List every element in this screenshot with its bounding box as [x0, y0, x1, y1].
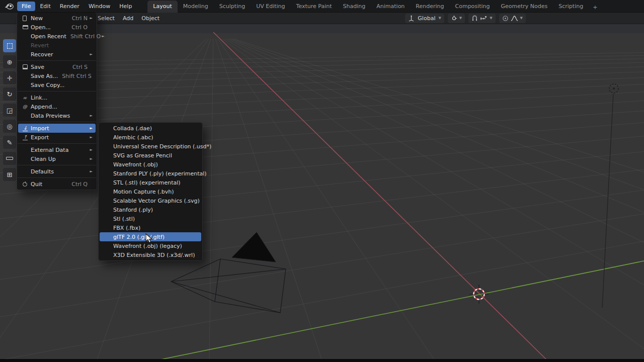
move-tool[interactable]: ✛	[3, 71, 16, 84]
tab-scripting[interactable]: Scripting	[553, 1, 589, 13]
tab-sculpting[interactable]: Sculpting	[214, 1, 251, 13]
import-item-x3d-extensible-3d-x3d-wrl[interactable]: X3D Extensible 3D (.x3d/.wrl)	[100, 250, 201, 259]
file-menu-item-data-previews[interactable]: Data Previews►	[18, 111, 96, 120]
tab-shading[interactable]: Shading	[338, 1, 371, 13]
menu-render[interactable]: Render	[55, 2, 84, 11]
menu-item-label: External Data	[31, 147, 84, 153]
cursor-tool[interactable]: ⊕	[3, 55, 16, 68]
menu-edit[interactable]: Edit	[35, 2, 55, 11]
import-item-motion-capture-bvh[interactable]: Motion Capture (.bvh)	[100, 187, 201, 196]
menu-item-label: Scalable Vector Graphics (.svg)	[113, 198, 200, 204]
tab-geometry-nodes[interactable]: Geometry Nodes	[495, 1, 553, 13]
menu-item-shortcut: Shift Ctrl O	[70, 33, 101, 40]
import-item-svg-as-grease-pencil[interactable]: SVG as Grease Pencil	[100, 151, 201, 160]
import-item-stanford-ply[interactable]: Stanford (.ply)	[100, 205, 201, 214]
tab-compositing[interactable]: Compositing	[450, 1, 496, 13]
submenu-arrow-icon: ►	[89, 135, 93, 139]
tab-rendering[interactable]: Rendering	[410, 1, 449, 13]
tab-modeling[interactable]: Modeling	[178, 1, 214, 13]
menu-item-label: glTF 2.0 (.glb/.gltf)	[113, 234, 198, 240]
file-menu-item-external-data[interactable]: External Data►	[18, 145, 96, 154]
submenu-arrow-icon: ►	[89, 16, 93, 20]
tab-layout[interactable]: Layout	[147, 1, 177, 13]
viewport-menu-add[interactable]: Add	[119, 14, 137, 23]
tab-texture-paint[interactable]: Texture Paint	[291, 1, 338, 13]
menu-help[interactable]: Help	[115, 2, 136, 11]
file-menu-item-recover[interactable]: Recover►	[18, 50, 96, 59]
pivot-point-dropdown[interactable]: ▼	[448, 14, 465, 23]
tab-uv-editing[interactable]: UV Editing	[251, 1, 290, 13]
file-menu-item-revert[interactable]: Revert	[18, 41, 96, 50]
annotate-tool[interactable]: ✎	[3, 136, 16, 149]
menu-item-label: Clean Up	[31, 156, 84, 162]
transform-tool[interactable]: ◎	[3, 120, 16, 133]
file-menu-item-save-as[interactable]: Save As...Shift Ctrl S	[18, 71, 96, 80]
file-menu-item-save[interactable]: SaveCtrl S	[18, 62, 96, 71]
proportional-editing-controls: ▼	[499, 14, 526, 23]
menu-item-label: FBX (.fbx)	[113, 225, 198, 231]
menu-item-label: Stanford PLY (.ply) (experimental)	[113, 170, 207, 177]
menu-item-label: Save Copy...	[31, 82, 84, 88]
import-item-universal-scene-description-usd[interactable]: Universal Scene Description (.usd*)	[100, 142, 201, 151]
menu-item-label: Append...	[31, 104, 84, 110]
select-box-tool[interactable]	[3, 39, 16, 52]
save-icon	[23, 64, 31, 69]
tab-animation[interactable]: Animation	[371, 1, 410, 13]
menu-item-label: Motion Capture (.bvh)	[113, 189, 198, 195]
import-item-collada-dae[interactable]: Collada (.dae)	[100, 124, 201, 133]
file-menu-item-open-recent[interactable]: Open RecentShift Ctrl O►	[18, 32, 96, 41]
add-workspace-button[interactable]: +	[589, 2, 601, 13]
transform-orientation-dropdown[interactable]: Global ▼	[405, 14, 444, 23]
chevron-down-icon[interactable]: ▼	[490, 16, 492, 20]
proportional-editing-icon[interactable]	[502, 15, 509, 22]
file-menu-item-defaults[interactable]: Defaults►	[18, 167, 96, 176]
file-menu-item-new[interactable]: NewCtrl N►	[18, 14, 96, 23]
viewport-menu-object[interactable]: Object	[137, 14, 164, 23]
menu-separator	[18, 165, 96, 165]
import-item-wavefront-obj[interactable]: Wavefront (.obj)	[100, 160, 201, 169]
falloff-curve-icon[interactable]	[511, 15, 518, 22]
snap-target-icon[interactable]	[480, 15, 488, 22]
submenu-arrow-icon: ►	[89, 114, 93, 118]
blender-window: FileEditRenderWindowHelp LayoutModelingS…	[0, 0, 644, 362]
workspace-tabs: LayoutModelingSculptingUV EditingTexture…	[147, 0, 601, 13]
file-menu-item-quit[interactable]: QuitCtrl Q	[18, 179, 96, 189]
menu-item-label: Save As...	[31, 73, 58, 79]
orientation-label: Global	[417, 15, 436, 22]
menu-separator	[18, 60, 96, 61]
menu-item-label: STL (.stl) (experimental)	[113, 179, 198, 186]
menu-item-label: Defaults	[31, 168, 84, 175]
file-menu-item-append[interactable]: Append...	[18, 102, 96, 111]
viewport-menu-select[interactable]: Select	[94, 14, 119, 23]
pivot-point-icon	[451, 15, 457, 22]
file-menu-item-save-copy[interactable]: Save Copy...	[18, 80, 96, 89]
menu-item-shortcut: Shift Ctrl S	[62, 73, 92, 79]
menu-item-label: Alembic (.abc)	[113, 134, 198, 141]
scale-tool[interactable]: ◲	[3, 104, 16, 117]
measure-tool[interactable]	[3, 152, 16, 165]
import-item-fbx-fbx[interactable]: FBX (.fbx)	[100, 223, 201, 232]
menu-item-label: Collada (.dae)	[113, 125, 198, 132]
orientation-axes-icon	[408, 15, 415, 22]
file-menu-item-clean-up[interactable]: Clean Up►	[18, 154, 96, 163]
menu-window[interactable]: Window	[84, 2, 115, 11]
blender-logo[interactable]	[4, 2, 14, 10]
import-item-stl-stl[interactable]: Stl (.stl)	[100, 214, 201, 223]
file-menu-item-open[interactable]: Open...Ctrl O	[18, 23, 96, 32]
snap-magnet-icon[interactable]	[471, 15, 478, 22]
menu-file[interactable]: File	[17, 2, 35, 11]
file-menu-item-export[interactable]: Export►	[18, 133, 96, 142]
rotate-tool[interactable]: ↻	[3, 87, 16, 101]
import-item-stl-stl-experimental[interactable]: STL (.stl) (experimental)	[100, 178, 201, 187]
chevron-down-icon[interactable]: ▼	[520, 16, 523, 20]
import-item-scalable-vector-graphics-svg[interactable]: Scalable Vector Graphics (.svg)	[100, 196, 201, 205]
append-icon	[23, 104, 31, 109]
import-item-stanford-ply-ply-experimental[interactable]: Stanford PLY (.ply) (experimental)	[100, 169, 201, 178]
import-item-alembic-abc[interactable]: Alembic (.abc)	[100, 133, 201, 142]
add-primitive-tool[interactable]: ⊞	[3, 168, 16, 181]
file-menu-item-import[interactable]: Import►	[18, 124, 96, 133]
file-menu-item-link[interactable]: Link...	[18, 93, 96, 102]
menu-item-label: Quit	[31, 181, 67, 188]
submenu-arrow-icon: ►	[89, 52, 93, 56]
submenu-arrow-icon: ►	[89, 126, 93, 130]
